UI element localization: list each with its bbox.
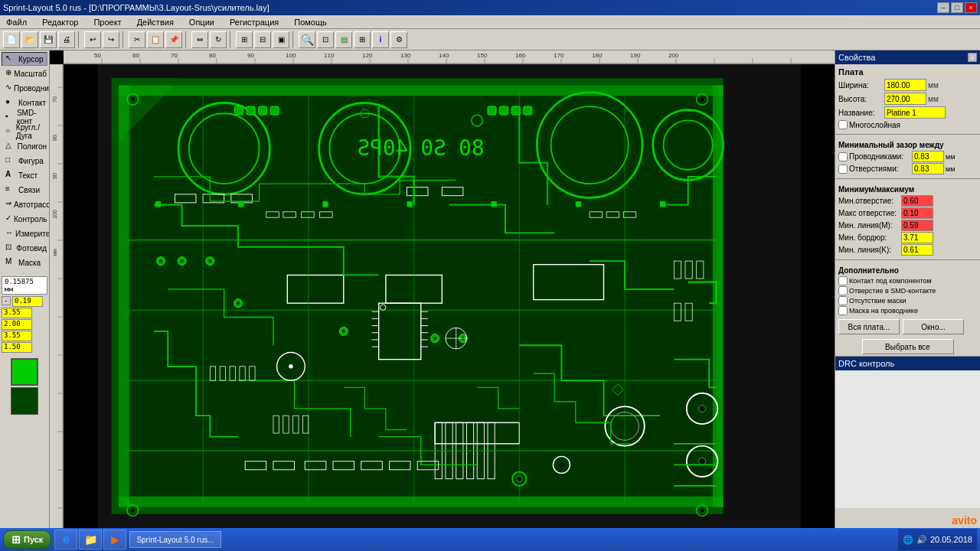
svg-point-110 xyxy=(181,259,184,262)
min-border-row: Мин. бордюр: xyxy=(838,232,977,243)
tool-mask[interactable]: M Маска xyxy=(2,256,47,269)
tool-shape[interactable]: □ Фигура xyxy=(2,154,47,168)
ruler-top: 50 60 70 80 90 100 110 120 130 140 150 1… xyxy=(64,51,835,64)
smd-hole-checkbox[interactable] xyxy=(838,286,848,295)
val6-input[interactable]: 1.50 xyxy=(2,342,32,353)
taskbar-explorer-icon[interactable]: 📁 xyxy=(79,530,102,549)
menu-actions[interactable]: Действия xyxy=(134,17,177,28)
holes-input[interactable] xyxy=(912,163,944,174)
divider-2 xyxy=(835,178,980,179)
close-button[interactable]: × xyxy=(965,2,977,13)
tb-undo[interactable]: ↩ xyxy=(84,31,101,48)
mask-wire-checkbox[interactable] xyxy=(838,306,848,315)
menu-file[interactable]: Файл xyxy=(3,17,30,28)
menu-registration[interactable]: Регистрация xyxy=(227,17,282,28)
tb-copy[interactable]: 📋 xyxy=(147,31,164,48)
wires-unit: мм xyxy=(946,153,955,161)
properties-close-button[interactable]: × xyxy=(968,53,977,62)
autoroute-icon: ⇒ xyxy=(5,199,11,210)
min-hole-input[interactable] xyxy=(901,195,933,207)
svg-text:150: 150 xyxy=(477,52,488,59)
wires-input[interactable] xyxy=(912,151,944,162)
tb-rotate[interactable]: ↻ xyxy=(210,31,227,48)
active-color-swatch[interactable] xyxy=(11,358,38,386)
tool-photo[interactable]: ⊡ Фотовид xyxy=(2,241,47,255)
tb-ungroup[interactable]: ⊟ xyxy=(254,31,271,48)
select-all-button[interactable]: Выбрать все xyxy=(862,339,954,354)
tb-settings[interactable]: ⚙ xyxy=(390,31,407,48)
tb-components[interactable]: ⊞ xyxy=(354,31,371,48)
val3-input[interactable]: 3.55 xyxy=(2,308,32,318)
tool-links[interactable]: ≡ Связи xyxy=(2,183,47,197)
svg-rect-64 xyxy=(119,497,724,507)
min-border-input[interactable] xyxy=(901,232,933,243)
taskbar-media-icon[interactable]: ▶ xyxy=(103,530,126,549)
tb-info[interactable]: i xyxy=(372,31,389,48)
tb-save[interactable]: 💾 xyxy=(40,31,57,48)
tb-new[interactable]: 📄 xyxy=(3,31,20,48)
circle-icon: ○ xyxy=(5,126,14,137)
tb-zoom-fit[interactable]: ⊡ xyxy=(317,31,334,48)
maximize-button[interactable]: □ xyxy=(951,2,963,13)
tb-mirror[interactable]: ⇔ xyxy=(191,31,208,48)
tool-scale[interactable]: ⊕ Масштаб xyxy=(2,67,47,80)
start-button[interactable]: ⊞ Пуск xyxy=(3,530,51,549)
svg-point-108 xyxy=(159,259,162,262)
tool-text[interactable]: A Текст xyxy=(2,168,47,182)
tb-zoom-in[interactable]: 🔍 xyxy=(299,31,315,48)
val2-input[interactable]: 0.19 xyxy=(12,296,43,307)
window-button[interactable]: Окно... xyxy=(903,319,964,334)
tb-paste[interactable]: 📌 xyxy=(165,31,182,48)
svg-text:50: 50 xyxy=(94,52,101,59)
menu-help[interactable]: Помощь xyxy=(291,17,330,28)
all-board-button[interactable]: Вся плата... xyxy=(838,319,900,334)
svg-rect-159 xyxy=(234,106,243,115)
val4-input[interactable]: 2.00 xyxy=(2,319,32,330)
max-hole-input[interactable] xyxy=(901,207,933,219)
taskbar-ie-icon[interactable]: e xyxy=(54,530,77,549)
board-section: Плата Ширина: мм Высота: мм Название: Мн… xyxy=(835,64,980,131)
pcb-area[interactable]: 50 60 70 80 90 100 110 120 130 140 150 1… xyxy=(50,51,835,528)
svg-rect-100 xyxy=(155,201,161,207)
min-lineK-input[interactable] xyxy=(901,244,933,256)
tb-redo[interactable]: ↪ xyxy=(103,31,119,48)
tb-group[interactable]: ⊞ xyxy=(236,31,253,48)
holes-checkbox[interactable] xyxy=(838,165,848,174)
min-lineM-input[interactable] xyxy=(901,220,933,231)
name-input[interactable] xyxy=(884,106,946,119)
height-input[interactable] xyxy=(884,93,926,105)
tb-select-all[interactable]: ▣ xyxy=(273,31,289,48)
polygon-icon: △ xyxy=(5,141,15,152)
tb-print[interactable]: 🖨 xyxy=(58,31,75,48)
pcb-canvas[interactable]: 80 S0 40PS xyxy=(64,64,835,528)
secondary-color-swatch[interactable] xyxy=(11,387,38,415)
width-input[interactable] xyxy=(884,79,926,91)
no-mask-checkbox[interactable] xyxy=(838,296,848,305)
contact-under-checkbox[interactable] xyxy=(838,276,848,285)
tool-wire[interactable]: ∿ Проводник xyxy=(2,81,47,95)
tb-open[interactable]: 📂 xyxy=(21,31,38,48)
tb-cut[interactable]: ✂ xyxy=(129,31,145,48)
tool-smd[interactable]: ▪ SMD-конт xyxy=(2,110,47,124)
wires-checkbox[interactable] xyxy=(838,152,848,161)
svg-point-127 xyxy=(698,405,705,412)
decrease-btn[interactable]: - xyxy=(2,296,11,305)
menu-project[interactable]: Проект xyxy=(90,17,124,28)
tb-layers[interactable]: ▤ xyxy=(335,31,352,48)
multilayer-checkbox[interactable] xyxy=(838,120,848,129)
tool-contact[interactable]: ● Контакт xyxy=(2,96,47,109)
pcb-svg[interactable]: 80 S0 40PS xyxy=(64,64,835,528)
min-hole-row: Мин.отверстие: xyxy=(838,195,977,207)
menu-editor[interactable]: Редактор xyxy=(39,17,81,28)
tool-measure[interactable]: ↔ Измеритель xyxy=(2,227,47,240)
minimize-button[interactable]: – xyxy=(937,2,949,13)
menu-options[interactable]: Опции xyxy=(186,17,217,28)
taskbar-sprint-item[interactable]: Sprint-Layout 5.0 rus... xyxy=(129,531,220,548)
tool-polygon[interactable]: △ Полигон xyxy=(2,139,47,153)
tool-cursor[interactable]: ↖ Курсор xyxy=(2,52,47,66)
tool-control[interactable]: ✓ Контроль xyxy=(2,212,47,226)
tool-autoroute[interactable]: ⇒ Автотрасса xyxy=(2,197,47,211)
val5-input[interactable]: 3.55 xyxy=(2,331,32,341)
svg-rect-162 xyxy=(270,106,279,115)
tool-circle[interactable]: ○ Кругл./Дуга xyxy=(2,125,47,139)
